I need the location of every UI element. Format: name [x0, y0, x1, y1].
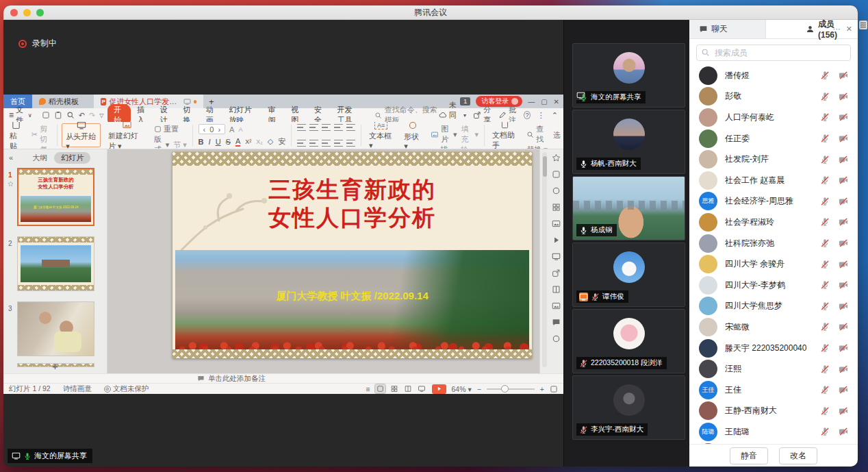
font-size-box[interactable]: ‹0›	[199, 124, 225, 134]
print-icon[interactable]	[54, 111, 62, 119]
member-mic-muted-icon[interactable]	[820, 71, 830, 80]
replace-button[interactable]: 替换 ▾	[526, 145, 548, 149]
select-button[interactable]: 选	[553, 130, 561, 140]
member-row[interactable]: 汪熙	[689, 358, 858, 380]
member-camera-off-icon[interactable]	[839, 406, 848, 416]
strike-button[interactable]: S	[226, 138, 231, 146]
outline-tab[interactable]: 大纲	[32, 153, 47, 163]
image-pane-icon[interactable]	[552, 301, 561, 310]
export-pane-icon[interactable]	[552, 269, 561, 277]
bold-button[interactable]: B	[199, 138, 204, 146]
member-camera-off-icon[interactable]	[839, 134, 848, 143]
vertical-scrollbar[interactable]	[542, 152, 547, 367]
member-mic-muted-icon[interactable]	[820, 112, 830, 122]
superscript-button[interactable]: X²	[245, 138, 251, 145]
picture-button[interactable]: 图片 ▾	[431, 124, 457, 145]
task-pane-star-icon[interactable]	[552, 153, 561, 162]
font-color-button[interactable]: A	[235, 137, 240, 147]
participant-tile[interactable]: 杨成钢	[572, 176, 685, 240]
play-from-start-button[interactable]: 从头开始 ▾	[62, 123, 101, 147]
member-row[interactable]: 四川大学 余骏舟	[689, 253, 858, 275]
notes-toggle-icon[interactable]: ≡	[365, 384, 370, 394]
notes-pane-icon[interactable]	[552, 285, 561, 294]
member-mic-muted-icon[interactable]	[820, 301, 830, 311]
section-button[interactable]: 节 ▾	[173, 140, 187, 150]
outdent-icon[interactable]	[322, 124, 331, 131]
slide-thumbnail-2[interactable]	[17, 236, 94, 291]
tab-chat[interactable]: 聊天	[689, 20, 766, 38]
chart-pane-icon[interactable]	[552, 219, 561, 228]
quickbar-more-icon[interactable]: ▽	[99, 112, 103, 119]
save-icon[interactable]	[42, 111, 50, 119]
align-left-icon[interactable]	[297, 140, 306, 147]
member-row[interactable]: 社科院张亦弛	[689, 233, 858, 254]
member-row[interactable]: 滕天宇 222035200040	[689, 338, 858, 359]
member-row[interactable]: 四川大学-李梦鹤	[689, 275, 858, 296]
zoom-out-button[interactable]: −	[477, 385, 481, 393]
properties-icon[interactable]	[552, 170, 561, 179]
highlight-button[interactable]: ◇	[268, 137, 273, 146]
arrange-button[interactable]: 排列 ▾	[431, 145, 457, 149]
member-camera-off-icon[interactable]	[839, 92, 848, 101]
member-list[interactable]: 潘传煜 彭敬	[689, 65, 858, 444]
member-mic-muted-icon[interactable]	[820, 92, 830, 101]
member-row[interactable]: 陆璐 王陆璐	[689, 421, 858, 443]
collapse-ribbon-icon[interactable]: ⌃	[552, 111, 558, 120]
member-camera-off-icon[interactable]	[839, 385, 848, 395]
member-mic-muted-icon[interactable]	[820, 134, 830, 143]
transition-pane-icon[interactable]	[552, 236, 561, 245]
layout-button[interactable]: 版式 ▾	[154, 134, 169, 149]
line-spacing-icon[interactable]	[346, 124, 355, 131]
wps-tab-templates[interactable]: 稻壳模板	[32, 95, 86, 108]
member-mic-muted-icon[interactable]	[820, 155, 830, 164]
phonetic-button[interactable]: 安	[278, 136, 285, 147]
member-camera-off-icon[interactable]	[839, 175, 848, 185]
align-right-icon[interactable]	[322, 140, 331, 147]
member-mic-muted-icon[interactable]	[820, 385, 830, 395]
member-row[interactable]: 社会工作 赵嘉晨	[689, 170, 858, 191]
participant-tile[interactable]: 谭伟俊	[572, 243, 685, 307]
protection-status[interactable]: ⊘ 文档未保护	[104, 384, 149, 394]
numbering-icon[interactable]	[309, 124, 318, 131]
slide-thumbnail-1[interactable]: 三孩生育新政的女性人口学分析 厦门大学教授 叶文振 2022.09.14	[17, 168, 94, 226]
panel-close-button[interactable]: ✕	[846, 25, 852, 34]
member-mic-muted-icon[interactable]	[820, 217, 830, 227]
shapes-button[interactable]: 形状 ▾	[400, 123, 425, 147]
member-camera-off-icon[interactable]	[839, 322, 848, 332]
member-row[interactable]: 潘传煜	[689, 65, 858, 86]
participant-tile[interactable]: 海文的屏幕共享	[572, 43, 685, 108]
help-button[interactable]: ?	[524, 111, 530, 119]
grow-font-icon[interactable]: A	[229, 125, 234, 134]
more-menu-icon[interactable]: ⋮	[537, 111, 545, 120]
subscript-button[interactable]: X₂	[256, 138, 263, 145]
member-mic-muted-icon[interactable]	[820, 364, 830, 374]
layout-pane-icon[interactable]	[552, 203, 561, 212]
normal-view-icon[interactable]	[375, 384, 385, 393]
slide-thumbnail-3[interactable]	[17, 301, 94, 356]
redo-icon[interactable]: ↷	[89, 111, 95, 120]
doc-assistant-button[interactable]: 文档助手	[489, 123, 521, 147]
member-row[interactable]: 王佳 王佳	[689, 380, 858, 401]
new-slide-button[interactable]: 新建幻灯片 ▾	[105, 123, 149, 147]
shrink-font-icon[interactable]: A	[238, 126, 242, 133]
member-row[interactable]: 彭敬	[689, 86, 858, 108]
audio-pane-icon[interactable]	[552, 318, 561, 327]
find-button[interactable]: 查找	[526, 124, 548, 145]
member-mic-muted-icon[interactable]	[820, 197, 830, 206]
member-camera-off-icon[interactable]	[839, 238, 848, 248]
reading-view-icon[interactable]	[403, 384, 413, 393]
member-mic-muted-icon[interactable]	[820, 238, 830, 248]
member-mic-muted-icon[interactable]	[820, 343, 830, 353]
member-camera-off-icon[interactable]	[839, 260, 848, 269]
member-row[interactable]: 任正委	[689, 128, 858, 149]
member-camera-off-icon[interactable]	[839, 112, 848, 122]
theme-name[interactable]: 诗情画意	[63, 384, 92, 394]
media-pane-icon[interactable]	[552, 252, 561, 261]
collapse-panel-button[interactable]: «	[9, 153, 13, 162]
fill-button[interactable]: 填充 ▾	[461, 124, 478, 145]
align-center-icon[interactable]	[309, 140, 318, 147]
member-mic-muted-icon[interactable]	[820, 260, 830, 269]
mute-button[interactable]: 静音	[730, 447, 768, 464]
copy-button[interactable]: 复制	[31, 145, 52, 149]
member-camera-off-icon[interactable]	[839, 364, 848, 374]
